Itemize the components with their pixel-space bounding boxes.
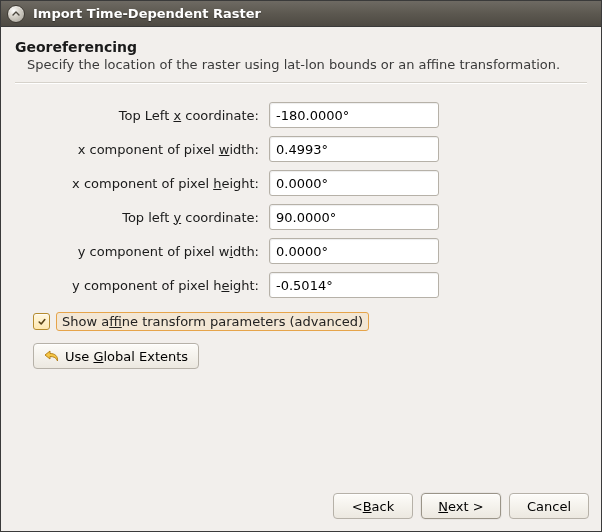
cancel-button[interactable]: Cancel [509,493,589,519]
input-top-left-y-field[interactable] [270,205,439,229]
label-y-pixel-width: y component of pixel width: [31,244,261,259]
input-x-pixel-height-field[interactable] [270,171,439,195]
use-global-extents-label: Use Global Extents [65,349,188,364]
page-subheading: Specify the location of the raster using… [27,57,587,72]
content-area: Georeferencing Specify the location of t… [1,27,601,483]
window-close-button[interactable] [7,5,25,23]
label-x-pixel-width: x component of pixel width: [31,142,261,157]
titlebar[interactable]: Import Time-Dependent Raster [1,1,601,27]
affine-checkbox-row: Show affine transform parameters (advanc… [33,312,587,331]
georef-form: Top Left x coordinate: x component of pi… [31,102,587,298]
label-y-pixel-height: y component of pixel height: [31,278,261,293]
window-title: Import Time-Dependent Raster [33,6,261,21]
label-x-pixel-height: x component of pixel height: [31,176,261,191]
input-x-pixel-height[interactable] [269,170,439,196]
input-y-pixel-height[interactable] [269,272,439,298]
label-top-left-y: Top left y coordinate: [31,210,261,225]
footer-buttons: < Back Next > Cancel [1,483,601,531]
input-y-pixel-width[interactable] [269,238,439,264]
input-y-pixel-width-field[interactable] [270,239,439,263]
dialog-window: Import Time-Dependent Raster Georeferenc… [0,0,602,532]
divider [15,82,587,84]
page-heading: Georeferencing [15,39,587,55]
input-top-left-y[interactable] [269,204,439,230]
back-button[interactable]: < Back [333,493,413,519]
affine-checkbox-label[interactable]: Show affine transform parameters (advanc… [56,312,369,331]
input-x-pixel-width[interactable] [269,136,439,162]
input-x-pixel-width-field[interactable] [270,137,439,161]
checkmark-icon [38,318,46,326]
next-button[interactable]: Next > [421,493,501,519]
affine-checkbox[interactable] [33,313,50,330]
label-top-left-x: Top Left x coordinate: [31,108,261,123]
input-y-pixel-height-field[interactable] [270,273,439,297]
input-top-left-x-field[interactable] [270,103,439,127]
input-top-left-x[interactable] [269,102,439,128]
use-global-extents-button[interactable]: Use Global Extents [33,343,199,369]
undo-arrow-icon [44,349,60,363]
